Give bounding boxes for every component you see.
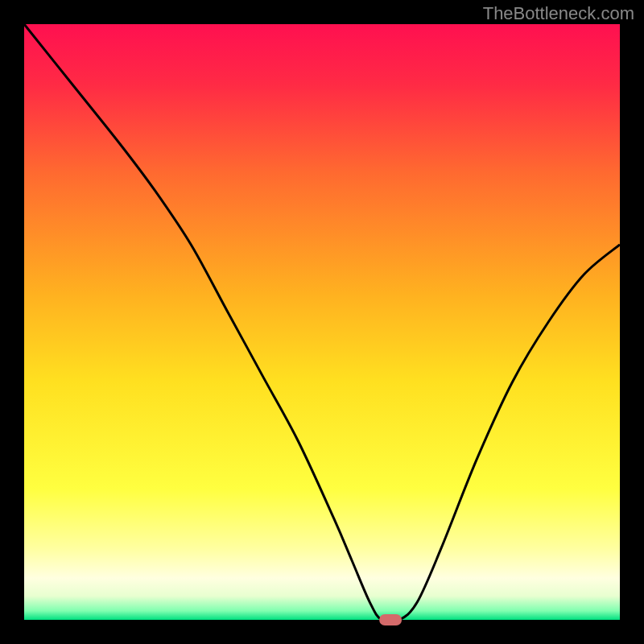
chart-container: TheBottleneck.com: [0, 0, 644, 644]
plot-background: [24, 24, 620, 620]
optimal-marker: [379, 614, 402, 625]
watermark-label: TheBottleneck.com: [483, 3, 634, 24]
bottleneck-chart: [0, 0, 644, 644]
